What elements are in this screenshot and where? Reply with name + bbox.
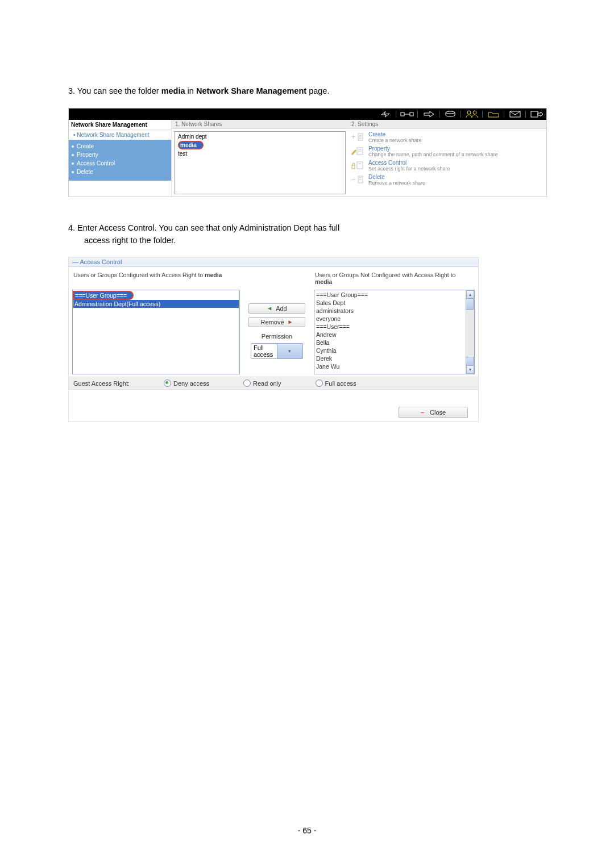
settings-item-access-control[interactable]: Access ControlSet access right for a net…	[350, 158, 544, 173]
network-share-management-screenshot: Network Share Management • Network Share…	[68, 108, 547, 197]
scroll-down-icon[interactable]: ▾	[466, 365, 474, 374]
property-list-icon	[350, 145, 365, 157]
svg-marker-3	[424, 111, 434, 117]
transfer-controls: ◄Add Remove► Permission Full access▾	[240, 270, 314, 374]
share-tree[interactable]: Admin dept media test	[174, 131, 346, 194]
network-link-icon	[400, 110, 414, 119]
network-shares-panel: 1. Network Shares Admin dept media test	[171, 120, 348, 197]
settings-item-property[interactable]: PropertyChange the name, path and commen…	[350, 144, 544, 158]
list-item[interactable]: Jane Wu	[315, 362, 474, 370]
list-item[interactable]: Sales Dept	[315, 299, 474, 307]
sidebar-active-link[interactable]: • Network Share Management	[69, 130, 171, 140]
left-list-label: Users or Groups Configured with Access R…	[72, 270, 240, 290]
panel-2-header: 2. Settings	[348, 120, 546, 129]
list-item[interactable]: Cynthia	[315, 347, 474, 354]
scroll-up-icon[interactable]: ▴	[466, 290, 474, 299]
left-arrow-icon: ◄	[267, 305, 272, 311]
svg-point-5	[467, 111, 471, 114]
list-item[interactable]: everyone	[315, 315, 474, 323]
titlebar	[69, 108, 546, 120]
lightning-icon	[378, 110, 393, 119]
access-control-screenshot: — Access Control Users or Groups Configu…	[68, 257, 479, 422]
settings-panel: 2. Settings + CreateCreate a network sha…	[348, 120, 546, 197]
svg-marker-9	[538, 112, 543, 116]
disks-icon	[443, 110, 458, 119]
list-item[interactable]: administrators	[315, 307, 474, 315]
right-list-label: Users or Groups Not Configured with Acce…	[314, 270, 475, 290]
sidebar-item-delete[interactable]: Delete	[69, 168, 171, 176]
list-group-header: ===User Group===	[73, 291, 134, 300]
users-icon	[464, 110, 479, 119]
list-item-administration-dept[interactable]: Administration Dept(Full access)	[73, 300, 239, 308]
delete-list-icon: −	[350, 174, 365, 185]
step-4-text: 4. Enter Access Control. You can see tha…	[68, 222, 546, 247]
list-item[interactable]: ===User Group===	[315, 291, 474, 299]
close-button[interactable]: –Close	[399, 407, 468, 418]
scroll-thumb[interactable]	[466, 298, 474, 310]
radio-unchecked-icon	[243, 379, 251, 387]
radio-read-only[interactable]: Read only	[243, 379, 281, 387]
chevron-down-icon: ▾	[277, 344, 303, 358]
envelope-icon	[508, 110, 522, 119]
list-item[interactable]: Andrew	[315, 331, 474, 339]
svg-text:−: −	[351, 175, 356, 183]
right-arrow-icon: ►	[288, 319, 293, 325]
svg-point-4	[446, 111, 455, 114]
access-control-header: — Access Control	[69, 257, 478, 267]
dash-icon: –	[421, 409, 424, 416]
sidebar-item-property[interactable]: Property	[69, 151, 171, 159]
sidebar-heading: Network Share Management	[69, 120, 171, 130]
add-button[interactable]: ◄Add	[248, 303, 305, 314]
sidebar-menu: Create Property Access Control Delete	[69, 140, 171, 181]
scrollbar[interactable]: ▴ ▾	[466, 290, 474, 374]
radio-full-access[interactable]: Full access	[316, 379, 356, 387]
svg-rect-0	[401, 112, 404, 116]
tree-item-test[interactable]: test	[176, 150, 344, 157]
permission-label: Permission	[262, 333, 292, 340]
access-list-icon	[350, 160, 365, 171]
tree-item-admin-dept[interactable]: Admin dept	[176, 133, 344, 140]
sidebar-item-create[interactable]: Create	[69, 142, 171, 151]
svg-rect-20	[352, 165, 355, 169]
sidebar-item-access-control[interactable]: Access Control	[69, 159, 171, 168]
configured-access-listbox[interactable]: ===User Group=== Administration Dept(Ful…	[72, 290, 240, 374]
unconfigured-access-listbox[interactable]: ===User Group=== Sales Dept administrato…	[314, 290, 475, 374]
exit-icon	[529, 110, 544, 119]
svg-rect-8	[531, 111, 538, 117]
svg-text:+: +	[351, 133, 355, 141]
step-3-text: 3. You can see the folder media in Netwo…	[68, 85, 546, 98]
settings-item-delete[interactable]: − DeleteRemove a network share	[350, 173, 544, 187]
svg-rect-18	[357, 162, 363, 169]
list-item[interactable]: Derek	[315, 354, 474, 362]
guest-access-row: Guest Access Right: Deny access Read onl…	[69, 377, 478, 390]
svg-point-6	[473, 111, 476, 114]
radio-deny-access[interactable]: Deny access	[164, 379, 209, 387]
guest-access-label: Guest Access Right:	[73, 380, 130, 387]
remove-button[interactable]: Remove►	[248, 317, 305, 327]
folder-icon	[486, 110, 501, 119]
create-list-icon: +	[350, 131, 365, 143]
radio-checked-icon	[164, 379, 171, 387]
list-item[interactable]: Bella	[315, 339, 474, 347]
tree-item-media[interactable]: media	[176, 140, 344, 150]
right-arrow-icon	[421, 110, 436, 119]
panel-1-header: 1. Network Shares	[172, 120, 348, 129]
sidebar: Network Share Management • Network Share…	[69, 120, 171, 197]
svg-rect-1	[410, 112, 413, 116]
scroll-thumb[interactable]	[466, 357, 474, 366]
page-number: - 65 -	[0, 826, 614, 835]
permission-select[interactable]: Full access▾	[251, 343, 303, 359]
list-item[interactable]: ===User===	[315, 323, 474, 331]
settings-item-create[interactable]: + CreateCreate a network share	[350, 130, 544, 144]
radio-unchecked-icon	[316, 379, 323, 387]
